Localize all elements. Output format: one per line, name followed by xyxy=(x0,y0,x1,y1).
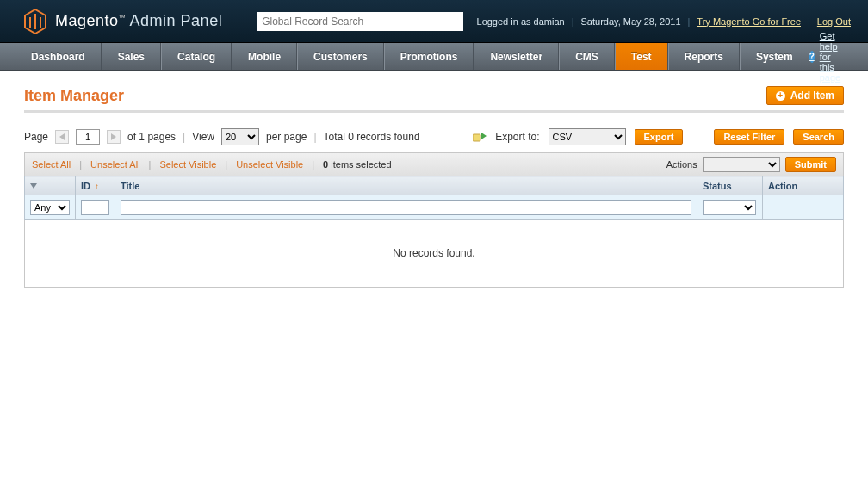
svg-marker-1 xyxy=(59,133,65,140)
main-nav: Dashboard Sales Catalog Mobile Customers… xyxy=(0,43,868,71)
try-magento-link[interactable]: Try Magento Go for Free xyxy=(697,16,801,27)
reset-filter-button[interactable]: Reset Filter xyxy=(714,129,784,145)
logo: Magento™ Admin Panel xyxy=(24,9,222,34)
nav-mobile[interactable]: Mobile xyxy=(232,43,297,70)
nav-newsletter[interactable]: Newsletter xyxy=(474,43,559,70)
svg-marker-4 xyxy=(481,133,487,139)
col-checkbox[interactable] xyxy=(25,176,76,195)
page-number-input[interactable] xyxy=(76,129,100,145)
separator: | xyxy=(572,16,574,27)
select-visible-link[interactable]: Select Visible xyxy=(159,159,216,170)
trademark: ™ xyxy=(119,14,127,22)
admin-header: Magento™ Admin Panel Logged in as damian… xyxy=(0,0,868,43)
unselect-visible-link[interactable]: Unselect Visible xyxy=(236,159,303,170)
chevron-down-icon xyxy=(30,181,37,189)
help-text: Get help for this page xyxy=(820,31,847,83)
data-grid: ID ↑ Title Status Action Any xyxy=(24,176,844,288)
nav-catalog[interactable]: Catalog xyxy=(161,43,232,70)
header-date: Saturday, May 28, 2011 xyxy=(581,16,681,27)
mass-action-right: Actions Submit xyxy=(666,157,836,172)
mass-action-bar: Select All | Unselect All | Select Visib… xyxy=(24,152,844,176)
items-selected: 0 items selected xyxy=(323,159,392,170)
logout-link[interactable]: Log Out xyxy=(817,16,851,27)
help-link[interactable]: ? Get help for this page xyxy=(809,43,852,70)
no-records-text: No records found. xyxy=(25,220,844,288)
grid-header-row: ID ↑ Title Status Action xyxy=(25,176,844,195)
total-records: Total 0 records found xyxy=(324,131,420,143)
logo-text: Magento™ Admin Panel xyxy=(55,12,222,30)
nav-system[interactable]: System xyxy=(740,43,809,70)
chevron-left-icon xyxy=(59,133,65,140)
chevron-right-icon xyxy=(111,133,116,140)
nav-promotions[interactable]: Promotions xyxy=(384,43,474,70)
help-icon: ? xyxy=(809,51,815,63)
view-label: View xyxy=(192,131,214,143)
export-format-select[interactable]: CSV xyxy=(549,128,626,145)
page-label: Page xyxy=(24,131,48,143)
add-item-label: Add Item xyxy=(790,90,834,102)
grid-filter-row: Any xyxy=(25,195,844,220)
toolbar-right: Export to: CSV Export Reset Filter Searc… xyxy=(473,128,844,145)
brand-main: Magento xyxy=(55,12,119,29)
pager-next-button[interactable] xyxy=(107,130,121,144)
col-action: Action xyxy=(763,176,844,195)
of-pages-label: of 1 pages xyxy=(127,131,176,143)
select-all-link[interactable]: Select All xyxy=(32,159,71,170)
search-button[interactable]: Search xyxy=(793,129,844,145)
export-button[interactable]: Export xyxy=(635,129,684,145)
header-right: Logged in as damian | Saturday, May 28, … xyxy=(477,16,851,27)
svg-rect-3 xyxy=(473,134,480,141)
actions-label: Actions xyxy=(666,159,698,170)
per-page-select[interactable]: 20 xyxy=(221,128,259,145)
nav-dashboard[interactable]: Dashboard xyxy=(16,43,102,70)
separator: | xyxy=(808,16,810,27)
unselect-all-link[interactable]: Unselect All xyxy=(90,159,140,170)
filter-title-input[interactable] xyxy=(121,200,691,215)
brand-sub: Admin Panel xyxy=(130,12,223,29)
export-to-label: Export to: xyxy=(495,131,539,143)
no-records-row: No records found. xyxy=(25,220,844,288)
page-title: Item Manager xyxy=(24,87,124,105)
per-page-label: per page xyxy=(266,131,307,143)
svg-marker-2 xyxy=(111,133,116,140)
nav-cms[interactable]: CMS xyxy=(559,43,615,70)
col-title[interactable]: Title xyxy=(115,176,698,195)
col-status[interactable]: Status xyxy=(698,176,763,195)
separator: | xyxy=(688,16,691,27)
submit-button[interactable]: Submit xyxy=(785,157,836,172)
sort-asc-icon: ↑ xyxy=(95,182,99,191)
page-head: Item Manager + Add Item xyxy=(24,86,844,113)
pager-prev-button[interactable] xyxy=(55,130,69,144)
actions-select[interactable] xyxy=(703,157,780,172)
nav-customers[interactable]: Customers xyxy=(297,43,384,70)
filter-status-select[interactable] xyxy=(703,200,756,215)
nav-reports[interactable]: Reports xyxy=(668,43,740,70)
export-icon xyxy=(473,131,487,143)
filter-any-select[interactable]: Any xyxy=(30,200,70,215)
plus-icon: + xyxy=(776,91,785,101)
content: Item Manager + Add Item Page of 1 pages … xyxy=(0,71,868,303)
add-item-button[interactable]: + Add Item xyxy=(766,86,844,105)
magento-logo-icon xyxy=(24,9,46,34)
grid-toolbar: Page of 1 pages | View 20 per page | Tot… xyxy=(24,128,844,145)
col-id[interactable]: ID ↑ xyxy=(76,176,115,195)
logged-in-label: Logged in as damian xyxy=(477,16,565,27)
svg-marker-5 xyxy=(30,183,37,189)
filter-id-input[interactable] xyxy=(81,200,109,215)
global-search-input[interactable] xyxy=(257,12,463,31)
nav-sales[interactable]: Sales xyxy=(102,43,161,70)
nav-test[interactable]: Test xyxy=(615,43,668,70)
